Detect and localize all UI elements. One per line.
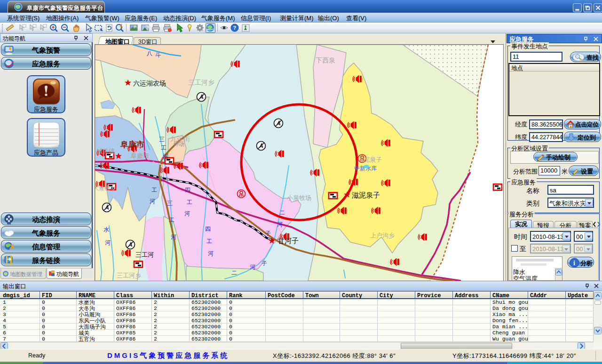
svg-text:滋泥泉子: 滋泥泉子 — [357, 156, 382, 163]
svg-text:子: 子 — [261, 260, 267, 267]
svg-text:三工河乡: 三工河乡 — [117, 272, 141, 279]
svg-text:二: 二 — [279, 209, 285, 216]
svg-text:三工河: 三工河 — [135, 251, 154, 258]
svg-text:子: 子 — [265, 230, 271, 237]
svg-text:工: 工 — [169, 217, 174, 223]
svg-text:八: 八 — [147, 50, 152, 56]
svg-text:小泉牧场: 小泉牧场 — [286, 194, 311, 201]
svg-text:滋泥泉子: 滋泥泉子 — [352, 191, 380, 199]
svg-text:四: 四 — [205, 226, 211, 232]
svg-text:二: 二 — [231, 269, 237, 276]
svg-text:六运湖农场: 六运湖农场 — [133, 79, 166, 87]
svg-text:三工河乡: 三工河乡 — [188, 79, 214, 86]
svg-text:工: 工 — [161, 144, 166, 151]
svg-text:i: i — [573, 260, 575, 267]
svg-text:河: 河 — [184, 210, 190, 217]
svg-text:河: 河 — [277, 221, 283, 228]
svg-text:下西泉: 下西泉 — [316, 56, 335, 64]
svg-text:河: 河 — [163, 153, 168, 159]
svg-text:河: 河 — [250, 264, 255, 270]
svg-text:工: 工 — [151, 187, 157, 193]
svg-text:阜康市: 阜康市 — [120, 140, 144, 149]
svg-text:三: 三 — [159, 136, 165, 142]
svg-text:水: 水 — [103, 226, 109, 233]
svg-text:河: 河 — [105, 239, 111, 246]
svg-text:河: 河 — [150, 198, 155, 205]
svg-text:大雁槽乡: 大雁槽乡 — [95, 185, 116, 191]
svg-text:上户沟乡: 上户沟乡 — [370, 232, 395, 239]
svg-text:工: 工 — [206, 238, 212, 245]
svg-text:工: 工 — [187, 199, 192, 206]
svg-text:河: 河 — [171, 234, 176, 240]
svg-text:四: 四 — [185, 187, 190, 193]
svg-text:斗: 斗 — [155, 52, 161, 58]
svg-text:甘河子: 甘河子 — [277, 237, 299, 245]
svg-text:种场: 种场 — [173, 141, 184, 147]
svg-text:河: 河 — [208, 250, 214, 257]
svg-text:?: ? — [233, 25, 237, 31]
svg-text:三: 三 — [167, 200, 173, 206]
svg-text:城关镇: 城关镇 — [96, 148, 115, 155]
